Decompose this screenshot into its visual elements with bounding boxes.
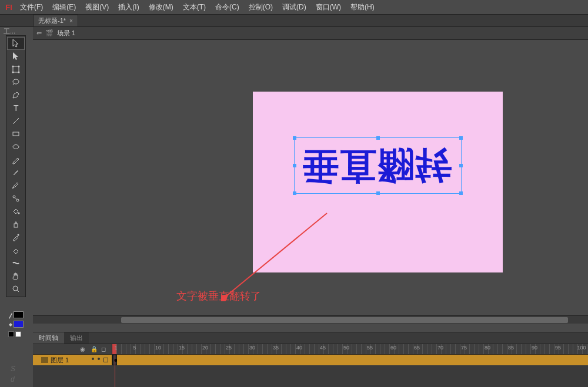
- layer-row[interactable]: 图层 1: [33, 355, 112, 365]
- scene-back-button[interactable]: ⇐: [36, 29, 42, 37]
- eyedropper-tool[interactable]: [7, 231, 25, 244]
- app-logo: Fl: [2, 1, 15, 13]
- menu-insert[interactable]: 插入(I): [113, 2, 143, 12]
- bottom-options: S d: [11, 365, 15, 383]
- layer-lock-dot[interactable]: [98, 358, 100, 360]
- pencil-stroke-icon: [8, 312, 12, 319]
- oval-tool[interactable]: [7, 140, 25, 153]
- handle-top-mid[interactable]: [376, 136, 380, 140]
- svg-point-5: [13, 79, 19, 84]
- svg-point-16: [13, 286, 18, 291]
- menu-bar: Fl 文件(F) 编辑(E) 视图(V) 插入(I) 修改(M) 文本(T) 命…: [0, 0, 588, 14]
- svg-line-17: [17, 290, 19, 292]
- swatch-swap-icon[interactable]: [15, 331, 21, 337]
- timeline-panel: 时间轴 输出 ◉ 🔒 ◻ 151015202530354045505560657…: [33, 332, 588, 387]
- handle-mid-right[interactable]: [459, 164, 463, 167]
- handle-bottom-mid[interactable]: [376, 191, 380, 195]
- selection-tool[interactable]: [7, 37, 25, 50]
- stage-area[interactable]: 垂直翻转 文字被垂直翻转了: [33, 40, 588, 324]
- scene-label[interactable]: 场景 1: [57, 29, 75, 38]
- layer-controls-header: ◉ 🔒 ◻: [33, 344, 112, 354]
- playhead-line: [115, 355, 115, 387]
- menu-edit[interactable]: 编辑(E): [48, 2, 81, 12]
- svg-rect-8: [13, 132, 19, 136]
- scrollbar-thumb[interactable]: [121, 317, 568, 323]
- width-tool[interactable]: [7, 257, 25, 270]
- timeline-tabs: 时间轴 输出: [33, 332, 588, 344]
- canvas[interactable]: 垂直翻转: [253, 92, 503, 272]
- tab-title: 无标题-1*: [38, 16, 66, 25]
- brush-tool[interactable]: [7, 166, 25, 179]
- svg-text:T: T: [14, 103, 19, 113]
- stroke-color-swatch[interactable]: [14, 311, 24, 318]
- tab-output[interactable]: 输出: [64, 332, 89, 344]
- tab-close-icon[interactable]: ×: [69, 18, 73, 24]
- handle-bottom-right[interactable]: [459, 191, 463, 195]
- svg-point-4: [18, 72, 20, 73]
- layer-visible-dot[interactable]: [92, 358, 94, 360]
- zoom-tool[interactable]: [7, 282, 25, 295]
- scene-icon: 🎬: [45, 29, 54, 37]
- paint-bucket-tool[interactable]: [7, 205, 25, 218]
- visibility-icon[interactable]: ◉: [80, 346, 87, 353]
- pencil-tool[interactable]: [7, 153, 25, 166]
- lasso-tool[interactable]: [7, 76, 25, 89]
- timeline-header: ◉ 🔒 ◻ 1510152025303540455055606570758085…: [33, 344, 588, 355]
- handle-top-left[interactable]: [293, 136, 296, 140]
- svg-rect-14: [14, 224, 18, 227]
- outline-icon[interactable]: ◻: [101, 346, 108, 353]
- swatch-default-icon[interactable]: [8, 331, 14, 337]
- pen-tool[interactable]: [7, 89, 25, 102]
- svg-point-15: [18, 234, 19, 236]
- lock-icon[interactable]: 🔒: [91, 346, 98, 353]
- handle-bottom-left[interactable]: [293, 191, 296, 195]
- menu-commands[interactable]: 命令(C): [211, 2, 244, 12]
- layer-outline-dot[interactable]: [103, 358, 108, 362]
- menu-file[interactable]: 文件(F): [15, 2, 48, 12]
- line-tool[interactable]: [7, 115, 25, 127]
- subselection-tool[interactable]: [7, 50, 25, 63]
- text-selection-box[interactable]: 垂直翻转: [294, 137, 462, 194]
- toolbox: T: [6, 35, 26, 297]
- rectangle-tool[interactable]: [7, 127, 25, 140]
- menu-text[interactable]: 文本(T): [178, 2, 211, 12]
- svg-rect-0: [13, 66, 19, 72]
- horizontal-scrollbar[interactable]: [33, 315, 588, 324]
- svg-line-7: [13, 118, 19, 124]
- tab-timeline[interactable]: 时间轴: [33, 332, 64, 344]
- menu-modify[interactable]: 修改(M): [144, 2, 178, 12]
- bucket-fill-icon: [8, 321, 12, 328]
- menu-debug[interactable]: 调试(D): [278, 2, 311, 12]
- ink-bottle-tool[interactable]: [7, 218, 25, 231]
- tools-panel-label: 工...: [1, 27, 29, 36]
- fill-color-swatch[interactable]: [14, 321, 24, 328]
- frame-ruler[interactable]: 1510152025303540455055606570758085909510…: [112, 344, 588, 354]
- menu-view[interactable]: 视图(V): [81, 2, 113, 12]
- menu-help[interactable]: 帮助(H): [346, 2, 379, 12]
- canvas-text[interactable]: 垂直翻转: [303, 147, 453, 184]
- handle-top-right[interactable]: [459, 136, 463, 140]
- paint-brush-tool[interactable]: [7, 179, 25, 192]
- bone-tool[interactable]: [7, 192, 25, 205]
- svg-point-13: [18, 213, 20, 214]
- timeline-layers: 图层 1: [33, 355, 588, 365]
- text-tool[interactable]: T: [7, 102, 25, 115]
- menu-control[interactable]: 控制(O): [244, 2, 278, 12]
- svg-point-1: [12, 66, 14, 68]
- option-d[interactable]: d: [11, 375, 15, 383]
- option-s[interactable]: S: [11, 365, 15, 373]
- menu-window[interactable]: 窗口(W): [311, 2, 346, 12]
- document-tab[interactable]: 无标题-1* ×: [33, 15, 78, 27]
- layer-name[interactable]: 图层 1: [51, 356, 69, 365]
- hand-tool[interactable]: [7, 270, 25, 282]
- free-transform-tool[interactable]: [7, 63, 25, 76]
- eraser-tool[interactable]: [7, 244, 25, 257]
- svg-point-9: [13, 145, 19, 149]
- scene-bar: ⇐ 🎬 场景 1: [33, 27, 588, 40]
- svg-line-12: [15, 197, 17, 200]
- annotation-text: 文字被垂直翻转了: [176, 289, 261, 303]
- document-tab-bar: 无标题-1* ×: [0, 14, 588, 27]
- handle-mid-left[interactable]: [293, 164, 296, 167]
- frame-track[interactable]: [112, 355, 588, 365]
- svg-point-2: [18, 66, 20, 68]
